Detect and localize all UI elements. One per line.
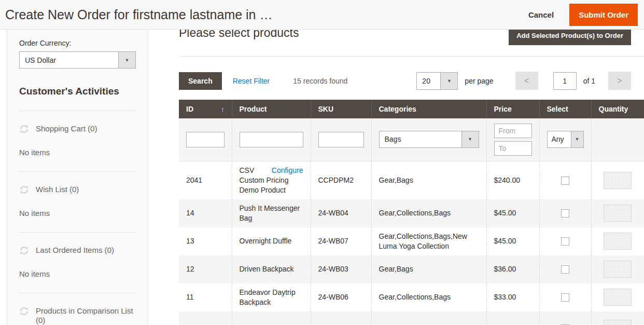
column-header-price[interactable]: Price [486,100,539,118]
chevron-down-icon: ▼ [118,52,135,68]
select-filter-value: Any [548,131,571,147]
activity-section-label[interactable]: Wish List (0) [36,185,79,194]
pager: < of 1 > [515,72,631,90]
configure-link[interactable]: Configure [272,166,303,175]
row-quantity-input[interactable] [604,320,632,325]
chevron-down-icon: ▼ [461,131,479,147]
table-row-partial [179,312,644,325]
cell-price: $33.00 [486,283,539,312]
product-name: Endeavor Daytrip Backpack [240,288,296,306]
submit-order-button[interactable]: Submit Order [569,4,638,26]
column-header-categories[interactable]: Categories [371,100,486,118]
page-header: Create New Order for firstname lastname … [0,0,644,30]
cell-quantity [591,227,644,255]
row-quantity-input[interactable] [604,172,632,189]
column-header-quantity[interactable]: Quantity [591,100,644,118]
product-name: Overnight Duffle [240,237,292,245]
cell-sku: 24-WB07 [311,227,371,255]
price-from-input[interactable] [494,124,532,138]
previous-page-button[interactable]: < [515,72,538,90]
row-select-checkbox[interactable] [561,265,569,274]
cell-id: 14 [179,199,232,227]
row-quantity-input[interactable] [604,289,632,306]
refresh-icon [19,306,29,316]
cell-categories: Gear,Bags [371,161,486,199]
cell-sku: CCPDPM2 [311,161,371,199]
category-filter-value: Bags [380,131,461,147]
per-page-select[interactable]: 20 ▼ [416,72,458,90]
product-filter-input[interactable] [240,132,303,147]
activity-section-head: Products in Comparison List (0) [19,306,136,325]
row-quantity-input[interactable] [604,233,632,250]
cell-price: $45.00 [486,227,539,255]
cell-id: 11 [179,283,232,312]
cell-product: Push It Messenger Bag [232,199,311,227]
cell-select [539,227,591,255]
cell-select [539,283,591,312]
row-quantity-input[interactable] [604,261,632,278]
cell-categories: Gear,Bags [371,255,486,283]
price-to-input[interactable] [494,141,532,156]
cell-product: Driven Backpack [232,255,311,283]
activity-section: Last Ordered Items (0) No items [19,232,136,278]
products-grid: ID ↑ Product SKU Categories Price Select… [179,100,644,325]
table-row: 11 Endeavor Daytrip Backpack 24-WB06 Gea… [179,283,644,312]
cell-product: Endeavor Daytrip Backpack [232,283,311,312]
panel-divider [179,56,644,57]
page-title: Create New Order for firstname lastname … [5,7,528,22]
create-order-page: Create New Order for firstname lastname … [0,0,644,325]
activity-section-label[interactable]: Shopping Cart (0) [36,124,97,133]
row-quantity-input[interactable] [604,205,632,222]
row-select-checkbox[interactable] [561,177,569,185]
cell-categories: Gear,Collections,Bags [371,283,486,312]
row-select-checkbox[interactable] [561,237,569,246]
column-header-product[interactable]: Product [232,100,311,118]
cancel-button[interactable]: Cancel [528,10,554,19]
activity-section-head: Last Ordered Items (0) [19,246,136,255]
page-number-input[interactable] [553,72,577,90]
refresh-icon [19,185,29,195]
next-page-button[interactable]: > [608,72,631,90]
order-currency-value: US Dollar [20,52,118,68]
cell-select [539,255,591,283]
activity-section-label[interactable]: Products in Comparison List (0) [36,306,136,325]
reset-filter-link[interactable]: Reset Filter [233,77,270,85]
cell-id: 12 [179,255,232,283]
category-filter-select[interactable]: Bags ▼ [379,131,479,148]
activity-section-head: Shopping Cart (0) [19,124,136,134]
cell-categories: Gear,Collections,Bags,New Luma Yoga Coll… [371,227,486,255]
row-select-checkbox[interactable] [561,293,569,302]
cell-id: 13 [179,227,232,255]
customer-activities-title: Customer's Activities [19,86,136,97]
activity-empty-text: No items [19,269,136,278]
order-currency-select[interactable]: US Dollar ▼ [19,51,136,69]
cell-select [539,199,591,227]
row-select-checkbox[interactable] [561,209,569,218]
column-header-select[interactable]: Select [539,100,591,118]
per-page-value: 20 [417,73,440,89]
grid-header-row: ID ↑ Product SKU Categories Price Select… [179,100,644,118]
select-filter-select[interactable]: Any ▼ [547,131,584,148]
cell-product: Configure CSV Custom Pricing Demo Produc… [232,161,311,199]
cell-quantity [591,255,644,283]
id-filter-input[interactable] [186,132,225,147]
cell-select [539,161,591,199]
refresh-icon [19,246,29,255]
cell-product: Overnight Duffle [232,227,311,255]
table-row: 2041 Configure CSV Custom Pricing Demo P… [179,161,644,199]
search-button[interactable]: Search [179,72,222,90]
cell-id: 2041 [179,161,232,199]
column-header-id[interactable]: ID ↑ [179,100,232,118]
products-panel: Please select products Add Selected Prod… [149,26,644,325]
column-header-sku[interactable]: SKU [311,100,371,118]
cell-price: $36.00 [486,255,539,283]
chevron-down-icon: ▼ [571,131,583,147]
order-currency-label: Order Currency: [19,39,136,47]
cell-quantity [591,283,644,312]
activity-section-label[interactable]: Last Ordered Items (0) [36,246,114,255]
activity-empty-text: No items [19,209,136,218]
product-name: Driven Backpack [240,265,294,273]
cell-quantity [591,161,644,199]
sku-filter-input[interactable] [318,132,364,147]
grid-filter-row: Bags ▼ Any ▼ [179,118,644,161]
